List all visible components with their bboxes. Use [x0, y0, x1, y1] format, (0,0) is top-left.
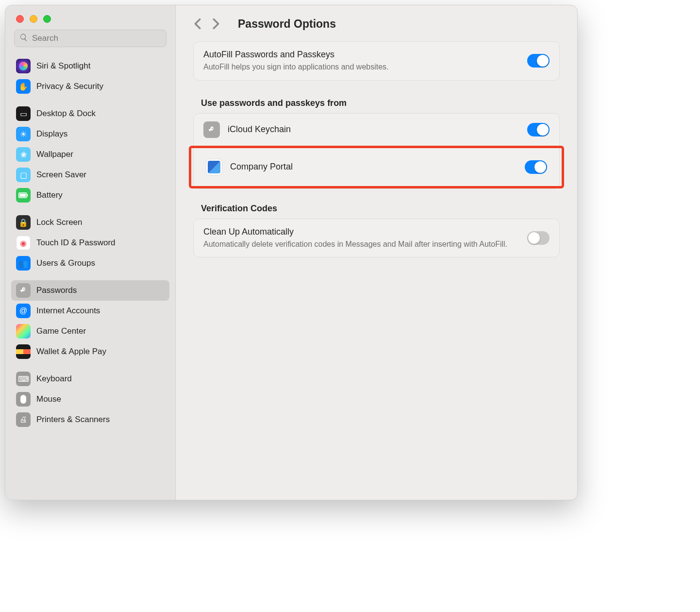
hand-icon: ✋ [16, 79, 31, 94]
keyboard-icon: ⌨ [16, 372, 31, 386]
sidebar-item-lock-screen[interactable]: 🔒 Lock Screen [11, 212, 169, 233]
sidebar-item-label: Wallet & Apple Pay [36, 347, 106, 357]
mouse-icon [16, 392, 31, 407]
sidebar-item-label: Battery [36, 190, 63, 200]
printer-icon: 🖨 [16, 412, 31, 427]
sidebar-item-label: Passwords [36, 286, 77, 295]
sidebar-item-wallet[interactable]: Wallet & Apple Pay [11, 341, 169, 362]
sidebar-item-label: Keyboard [36, 374, 72, 384]
sidebar-item-label: Lock Screen [36, 218, 83, 227]
siri-icon [16, 59, 31, 73]
users-icon: 👥 [16, 256, 31, 271]
provider-label: iCloud Keychain [228, 124, 519, 135]
sidebar-item-wallpaper[interactable]: ❀ Wallpaper [11, 144, 169, 165]
window-controls [5, 5, 175, 30]
lock-icon: 🔒 [16, 215, 31, 230]
provider-row-company-portal: Company Portal [196, 151, 557, 183]
at-icon: @ [16, 304, 31, 318]
sidebar-item-keyboard[interactable]: ⌨ Keyboard [11, 369, 169, 389]
autofill-subtitle: AutoFill helps you sign into application… [203, 62, 519, 72]
sidebar-item-users-groups[interactable]: 👥 Users & Groups [11, 253, 169, 273]
company-portal-icon [206, 159, 222, 175]
sidebar-item-label: Displays [36, 129, 67, 139]
minimize-window-button[interactable] [30, 15, 37, 23]
system-settings-window: Siri & Spotlight ✋ Privacy & Security ▭ … [5, 5, 578, 500]
autofill-toggle[interactable] [527, 54, 550, 68]
providers-card: iCloud Keychain Company Portal [193, 113, 560, 189]
sidebar-item-label: Screen Saver [36, 170, 86, 180]
autofill-card: AutoFill Passwords and Passkeys AutoFill… [193, 41, 560, 81]
keychain-icon [203, 121, 220, 138]
sidebar: Siri & Spotlight ✋ Privacy & Security ▭ … [5, 5, 176, 500]
svg-rect-1 [27, 194, 28, 197]
sidebar-item-label: Privacy & Security [36, 82, 103, 91]
cleanup-title: Clean Up Automatically [203, 227, 519, 237]
dock-icon: ▭ [16, 106, 31, 121]
sidebar-item-desktop-dock[interactable]: ▭ Desktop & Dock [11, 103, 169, 124]
sidebar-item-label: Printers & Scanners [36, 415, 110, 425]
sidebar-item-screen-saver[interactable]: ▢ Screen Saver [11, 165, 169, 185]
battery-icon [16, 188, 31, 203]
sidebar-item-game-center[interactable]: Game Center [11, 321, 169, 341]
back-button[interactable] [193, 17, 202, 31]
sidebar-item-label: Wallpaper [36, 150, 73, 159]
sidebar-item-passwords[interactable]: Passwords [11, 280, 169, 301]
provider-label: Company Portal [230, 162, 517, 172]
autofill-row: AutoFill Passwords and Passkeys AutoFill… [194, 42, 559, 80]
search-field[interactable] [14, 30, 167, 47]
search-input[interactable] [32, 34, 161, 43]
svg-rect-3 [20, 395, 26, 404]
sidebar-item-displays[interactable]: ☀ Displays [11, 124, 169, 144]
sidebar-list: Siri & Spotlight ✋ Privacy & Security ▭ … [5, 52, 175, 500]
highlighted-provider: Company Portal [189, 146, 564, 188]
sidebar-item-label: Internet Accounts [36, 306, 100, 316]
cleanup-row: Clean Up Automatically Automatically del… [194, 219, 559, 257]
sidebar-item-mouse[interactable]: Mouse [11, 389, 169, 409]
sidebar-item-label: Touch ID & Password [36, 238, 116, 248]
search-icon [19, 33, 28, 44]
sidebar-item-battery[interactable]: Battery [11, 185, 169, 205]
forward-button[interactable] [212, 17, 220, 31]
page-title: Password Options [238, 17, 336, 31]
verification-card: Clean Up Automatically Automatically del… [193, 219, 560, 258]
cleanup-toggle[interactable] [527, 231, 550, 245]
autofill-title: AutoFill Passwords and Passkeys [203, 50, 519, 60]
sidebar-item-label: Game Center [36, 326, 86, 336]
fingerprint-icon: ◉ [16, 236, 31, 250]
sidebar-item-internet-accounts[interactable]: @ Internet Accounts [11, 301, 169, 321]
provider-row-icloud: iCloud Keychain [194, 114, 559, 146]
sidebar-item-label: Desktop & Dock [36, 109, 96, 119]
sidebar-item-label: Users & Groups [36, 258, 95, 268]
sidebar-item-privacy-security[interactable]: ✋ Privacy & Security [11, 76, 169, 97]
wallpaper-icon: ❀ [16, 147, 31, 162]
wallet-icon [16, 344, 31, 359]
icloud-keychain-toggle[interactable] [527, 123, 550, 136]
company-portal-toggle[interactable] [525, 160, 547, 174]
game-center-icon [16, 324, 31, 339]
displays-icon: ☀ [16, 127, 31, 141]
sidebar-item-printers-scanners[interactable]: 🖨 Printers & Scanners [11, 409, 169, 430]
sidebar-item-touch-id[interactable]: ◉ Touch ID & Password [11, 233, 169, 253]
sidebar-item-label: Mouse [36, 394, 61, 404]
header: Password Options [193, 17, 560, 31]
sidebar-item-label: Siri & Spotlight [36, 61, 91, 71]
screen-saver-icon: ▢ [16, 168, 31, 182]
svg-rect-2 [20, 194, 26, 197]
main-content: Password Options AutoFill Passwords and … [176, 5, 577, 500]
zoom-window-button[interactable] [43, 15, 51, 23]
key-icon [16, 283, 31, 298]
close-window-button[interactable] [16, 15, 24, 23]
providers-header: Use passwords and passkeys from [201, 98, 560, 108]
sidebar-item-siri-spotlight[interactable]: Siri & Spotlight [11, 56, 169, 76]
cleanup-subtitle: Automatically delete verification codes … [203, 239, 519, 250]
verification-header: Verification Codes [201, 204, 560, 214]
